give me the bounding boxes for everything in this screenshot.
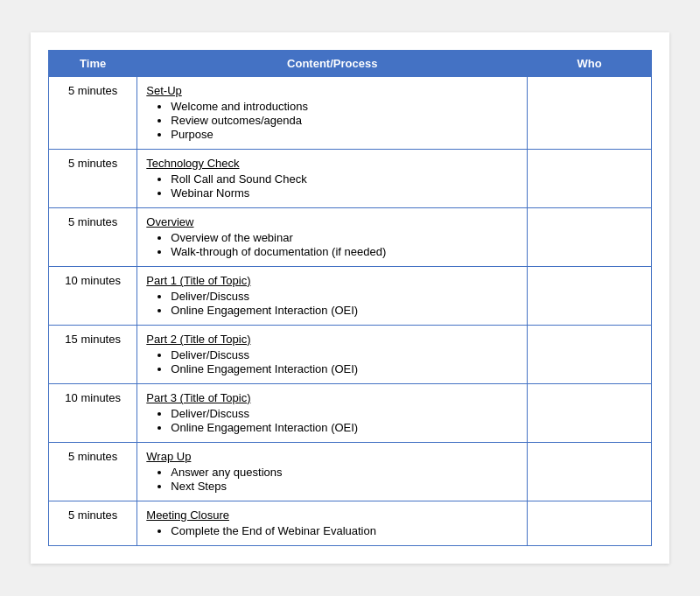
list-item: Next Steps	[171, 480, 518, 493]
header-content: Content/Process	[137, 51, 528, 77]
header-time: Time	[49, 51, 137, 77]
list-item: Complete the End of Webinar Evaluation	[171, 524, 518, 537]
who-cell	[528, 150, 652, 208]
agenda-table: Time Content/Process Who 5 minutesSet-Up…	[48, 50, 652, 546]
list-item: Webinar Norms	[171, 186, 518, 200]
content-cell: Part 2 (Title of Topic)Deliver/DiscussOn…	[137, 326, 528, 384]
time-cell: 5 minutes	[49, 77, 137, 150]
bullet-list: Deliver/DiscussOnline Engagement Interac…	[146, 348, 518, 375]
time-cell: 15 minutes	[49, 326, 137, 384]
who-cell	[528, 326, 652, 384]
who-cell	[528, 384, 652, 443]
section-title: Set-Up	[146, 84, 518, 97]
section-title: Meeting Closure	[146, 508, 518, 522]
list-item: Online Engagement Interaction (OEI)	[171, 304, 518, 317]
section-title: Wrap Up	[146, 450, 518, 463]
section-title: Overview	[146, 215, 518, 228]
section-title: Part 2 (Title of Topic)	[146, 333, 518, 346]
bullet-list: Roll Call and Sound CheckWebinar Norms	[146, 172, 518, 200]
who-cell	[528, 77, 652, 150]
time-cell: 5 minutes	[49, 443, 137, 501]
list-item: Deliver/Discuss	[171, 348, 518, 361]
who-cell	[528, 443, 652, 501]
bullet-list: Overview of the webinarWalk-through of d…	[146, 231, 518, 258]
time-cell: 10 minutes	[49, 384, 137, 443]
table-row: 10 minutesPart 1 (Title of Topic)Deliver…	[49, 267, 652, 326]
list-item: Online Engagement Interaction (OEI)	[171, 362, 518, 375]
header-who: Who	[528, 51, 652, 77]
time-cell: 10 minutes	[49, 267, 137, 326]
content-cell: Wrap UpAnswer any questionsNext Steps	[137, 443, 528, 501]
list-item: Online Engagement Interaction (OEI)	[171, 421, 518, 434]
content-cell: Part 1 (Title of Topic)Deliver/DiscussOn…	[137, 267, 528, 326]
content-cell: Technology CheckRoll Call and Sound Chec…	[137, 150, 528, 208]
bullet-list: Deliver/DiscussOnline Engagement Interac…	[146, 290, 518, 317]
content-cell: Part 3 (Title of Topic)Deliver/DiscussOn…	[137, 384, 528, 443]
content-cell: OverviewOverview of the webinarWalk-thro…	[137, 208, 528, 267]
table-row: 5 minutesOverviewOverview of the webinar…	[49, 208, 652, 267]
section-title: Part 3 (Title of Topic)	[146, 391, 518, 404]
content-cell: Meeting ClosureComplete the End of Webin…	[137, 501, 528, 546]
who-cell	[528, 501, 652, 546]
list-item: Review outcomes/agenda	[171, 114, 518, 127]
list-item: Roll Call and Sound Check	[171, 172, 518, 186]
who-cell	[528, 267, 652, 326]
time-cell: 5 minutes	[49, 208, 137, 267]
section-title: Technology Check	[146, 157, 518, 170]
list-item: Overview of the webinar	[171, 231, 518, 244]
table-row: 10 minutesPart 3 (Title of Topic)Deliver…	[49, 384, 652, 443]
list-item: Answer any questions	[171, 466, 518, 479]
bullet-list: Answer any questionsNext Steps	[146, 466, 518, 493]
list-item: Walk-through of documentation (if needed…	[171, 245, 518, 258]
page-wrapper: Time Content/Process Who 5 minutesSet-Up…	[31, 32, 669, 564]
bullet-list: Deliver/DiscussOnline Engagement Interac…	[146, 407, 518, 434]
section-title: Part 1 (Title of Topic)	[146, 274, 518, 287]
list-item: Deliver/Discuss	[171, 290, 518, 303]
time-cell: 5 minutes	[49, 501, 137, 546]
content-cell: Set-UpWelcome and introductionsReview ou…	[137, 77, 528, 150]
table-row: 5 minutesSet-UpWelcome and introductions…	[49, 77, 652, 150]
bullet-list: Welcome and introductionsReview outcomes…	[146, 100, 518, 141]
table-row: 15 minutesPart 2 (Title of Topic)Deliver…	[49, 326, 652, 384]
table-row: 5 minutesTechnology CheckRoll Call and S…	[49, 150, 652, 208]
bullet-list: Complete the End of Webinar Evaluation	[146, 524, 518, 537]
time-cell: 5 minutes	[49, 150, 137, 208]
table-row: 5 minutesWrap UpAnswer any questionsNext…	[49, 443, 652, 501]
list-item: Deliver/Discuss	[171, 407, 518, 420]
list-item: Purpose	[171, 128, 518, 141]
table-row: 5 minutesMeeting ClosureComplete the End…	[49, 501, 652, 546]
who-cell	[528, 208, 652, 267]
list-item: Welcome and introductions	[171, 100, 518, 113]
